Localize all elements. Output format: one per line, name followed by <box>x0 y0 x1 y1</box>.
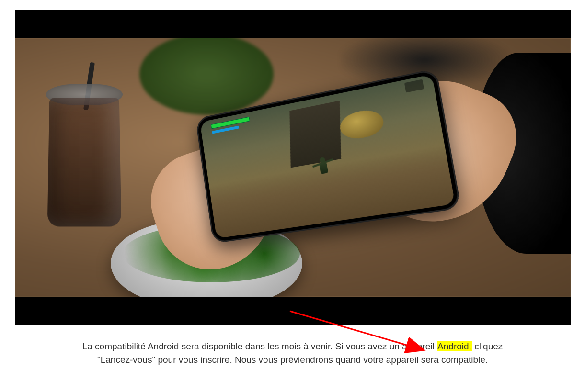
caption-before: La compatibilité Android sera disponible… <box>82 341 437 351</box>
hud-ammo-icon <box>404 79 424 93</box>
iced-drink-cup <box>41 84 127 227</box>
caption-highlight: Android, <box>437 341 472 351</box>
game-object <box>338 107 385 142</box>
video-still <box>15 38 571 297</box>
cup-body <box>47 98 121 226</box>
game-character <box>314 156 333 182</box>
video-frame <box>15 10 571 325</box>
game-structure <box>289 101 341 168</box>
caption-text: La compatibilité Android sera disponible… <box>77 340 508 366</box>
page-container: La compatibilité Android sera disponible… <box>0 0 585 375</box>
